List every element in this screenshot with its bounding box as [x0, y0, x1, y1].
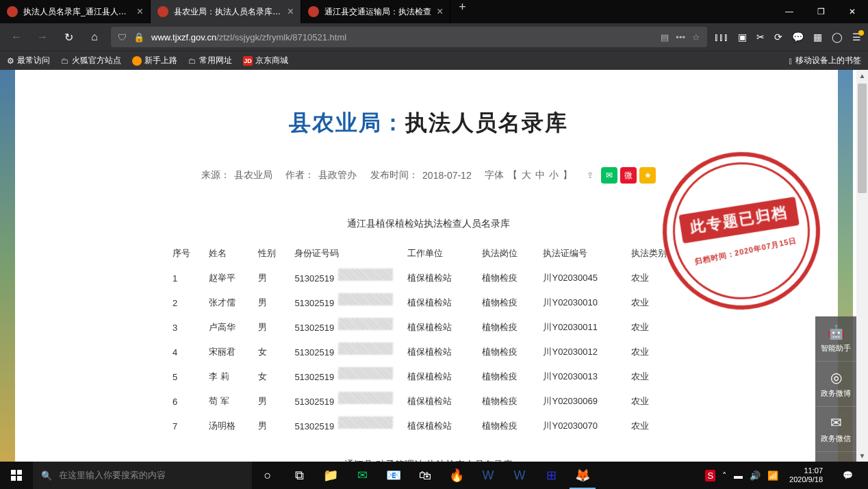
chat-icon[interactable]: 💬 — [792, 32, 804, 42]
back-button[interactable]: ← — [7, 27, 26, 47]
url-bar[interactable]: 🛡 🔒 www.tjxzf.gov.cn/ztzl/ssjygk/zfrymlk… — [111, 27, 707, 47]
svg-rect-0 — [11, 470, 16, 475]
app-store[interactable]: 🛍 — [409, 462, 441, 489]
library-icon[interactable]: ⫿⫿⫿ — [714, 32, 728, 42]
cell-cat: 农业 — [627, 414, 689, 438]
float-gov-weibo[interactable]: ◎政务微博 — [815, 362, 856, 407]
bookmark-jd[interactable]: JD京东商城 — [243, 55, 288, 66]
screenshot-icon[interactable]: ✂ — [756, 32, 765, 42]
bookmark-common-sites[interactable]: 🗀常用网址 — [188, 55, 232, 66]
cell-gender: 男 — [254, 290, 290, 315]
bookmark-getting-started[interactable]: 新手上路 — [132, 55, 177, 66]
author-label: 作者： — [285, 169, 314, 181]
firefox-icon — [132, 56, 142, 66]
table-header-row: 序号 姓名 性别 身份证号码 工作单位 执法岗位 执法证编号 执法类别 — [168, 241, 689, 266]
scroll-thumb[interactable] — [858, 84, 867, 193]
chevron-up-icon[interactable]: ˄ — [722, 471, 727, 481]
redacted-blur — [338, 392, 393, 404]
new-tab-button[interactable]: + — [450, 0, 474, 23]
app-wechat[interactable]: ✉ — [346, 462, 378, 489]
folder-icon: 🗀 — [188, 56, 196, 66]
font-large-button[interactable]: 大 — [522, 169, 531, 181]
wifi-icon[interactable]: 📶 — [767, 471, 778, 481]
bookmark-star-icon[interactable]: ☆ — [692, 32, 700, 42]
font-small-button[interactable]: 小 — [549, 169, 559, 181]
app-baidu[interactable]: ⊞ — [535, 462, 567, 489]
vertical-scrollbar[interactable]: ▲ ▼ — [856, 70, 868, 462]
reader-icon[interactable]: ▤ — [661, 32, 669, 42]
minimize-button[interactable]: — — [774, 0, 805, 23]
cell-idnum: 51302519 — [290, 414, 403, 438]
home-button[interactable]: ⌂ — [85, 27, 104, 47]
scroll-down-icon[interactable]: ▼ — [856, 450, 868, 462]
cortana-button[interactable]: ○ — [252, 462, 283, 489]
url-path: /ztzl/ssjygk/zfrymlk/8710521.html — [216, 32, 346, 42]
wechat-icon[interactable]: ✉ — [601, 167, 617, 184]
menu-icon[interactable]: ☰ — [852, 32, 861, 42]
forward-button[interactable]: → — [33, 27, 52, 47]
tab-0[interactable]: 执法人员名录库_通江县人民政 × — [0, 0, 151, 23]
cell-cert: 川Y02030069 — [539, 389, 627, 414]
bookmark-mobile[interactable]: ⫿移动设备上的书签 — [789, 55, 861, 66]
app-word2[interactable]: W — [504, 462, 535, 489]
close-icon[interactable]: × — [437, 5, 443, 18]
close-icon[interactable]: × — [288, 5, 294, 18]
app-mail[interactable]: 📧 — [378, 462, 409, 489]
taskview-button[interactable]: ⧉ — [283, 462, 315, 489]
float-assistant[interactable]: 🤖智能助手 — [815, 316, 856, 362]
qzone-icon[interactable]: ★ — [639, 167, 656, 184]
volume-icon[interactable]: 🔊 — [750, 471, 761, 481]
ime-icon[interactable]: S — [705, 470, 715, 481]
table-row: 4宋丽君女51302519植保植检站植物检疫川Y02030012农业 — [168, 340, 689, 364]
cell-cat: 农业 — [627, 389, 689, 414]
float-gov-wechat[interactable]: ✉政务微信 — [815, 407, 856, 452]
app-firefox[interactable]: 🦊 — [567, 462, 598, 489]
clock-time: 11:07 — [789, 466, 823, 475]
tab-2[interactable]: 通江县交通运输局：执法检查 × — [301, 0, 450, 23]
cell-index: 4 — [168, 340, 205, 364]
app-flame[interactable]: 🔥 — [441, 462, 472, 489]
windows-icon — [11, 470, 22, 481]
cell-cert: 川Y02030012 — [539, 340, 627, 364]
cell-index: 7 — [168, 414, 205, 438]
table-row: 3卢高华男51302519植保植检站植物检疫川Y02030011农业 — [168, 315, 689, 340]
cell-idnum: 51302519 — [290, 315, 403, 340]
close-window-button[interactable]: ✕ — [837, 0, 868, 23]
cell-name: 张才儒 — [205, 290, 254, 315]
col-cert: 执法证编号 — [539, 241, 627, 266]
battery-icon[interactable]: ▬ — [734, 471, 743, 481]
taskbar-search[interactable]: 🔍 在这里输入你要搜索的内容 — [33, 462, 252, 489]
app-folder[interactable]: 📁 — [315, 462, 346, 489]
float-share[interactable]: ⤴分享 — [815, 452, 856, 462]
notifications-button[interactable]: 💬 — [834, 462, 861, 489]
cell-name: 李 莉 — [205, 364, 254, 389]
sidebar-icon[interactable]: ▣ — [738, 32, 747, 42]
taskbar-clock[interactable]: 11:07 2020/9/18 — [785, 466, 827, 484]
tab-1[interactable]: 县农业局：执法人员名录库_通 × — [151, 0, 301, 23]
title-main: 执法人员名录库 — [405, 110, 568, 135]
bookmark-firefox-site[interactable]: 🗀火狐官方站点 — [61, 55, 121, 66]
cell-gender: 男 — [254, 315, 290, 340]
weibo-icon[interactable]: 微 — [620, 167, 637, 184]
bookmark-most-visited[interactable]: ⚙最常访问 — [7, 55, 50, 66]
stamp-text: 此专题已归档 — [678, 197, 799, 243]
col-unit: 工作单位 — [403, 241, 477, 266]
app-word[interactable]: W — [472, 462, 504, 489]
reload-button[interactable]: ↻ — [59, 27, 78, 47]
bookmarks-bar: ⚙最常访问 🗀火狐官方站点 新手上路 🗀常用网址 JD京东商城 ⫿移动设备上的书… — [0, 51, 868, 70]
cell-gender: 男 — [254, 266, 290, 290]
sync-icon[interactable]: ⟳ — [774, 32, 782, 42]
font-medium-button[interactable]: 中 — [535, 169, 545, 181]
start-button[interactable] — [0, 462, 33, 489]
tabs-strip: 执法人员名录库_通江县人民政 × 县农业局：执法人员名录库_通 × 通江县交通运… — [0, 0, 774, 23]
share-icon[interactable]: ⇪ — [582, 167, 598, 184]
maximize-button[interactable]: ❐ — [805, 0, 837, 23]
scroll-up-icon[interactable]: ▲ — [856, 70, 868, 82]
search-placeholder: 在这里输入你要搜索的内容 — [59, 469, 166, 481]
ellipsis-icon[interactable]: ••• — [676, 32, 685, 42]
personnel-table: 序号 姓名 性别 身份证号码 工作单位 执法岗位 执法证编号 执法类别 1赵举平… — [168, 241, 689, 438]
close-icon[interactable]: × — [137, 5, 143, 18]
cell-post: 植物检疫 — [478, 290, 539, 315]
extensions-icon[interactable]: ▦ — [813, 32, 822, 42]
account-icon[interactable]: ◯ — [832, 32, 843, 42]
